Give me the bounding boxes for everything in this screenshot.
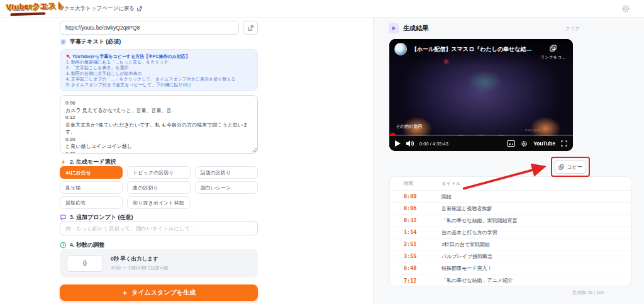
row-title: 台の基本と打ち方の学習 bbox=[441, 229, 631, 236]
external-link-icon bbox=[137, 6, 142, 11]
row-time[interactable]: 3:55 bbox=[404, 253, 441, 259]
fullscreen-icon[interactable] bbox=[561, 140, 567, 147]
table-row: 0:32 「私の幸せな結婚」実戦開始宣言 bbox=[390, 215, 631, 227]
usage-counter: 生成数: 51 / 100 bbox=[572, 290, 604, 296]
table-row: 6:48 特殊部隊モード突入！ bbox=[390, 262, 631, 274]
row-time[interactable]: 0:00 bbox=[404, 193, 441, 200]
volume-button[interactable] bbox=[406, 140, 414, 147]
clear-results-button[interactable]: クリア bbox=[565, 26, 580, 32]
row-time[interactable]: 7:12 bbox=[404, 278, 441, 284]
mode-button-highlight[interactable]: 見せ場 bbox=[60, 181, 123, 194]
back-link-label: Vクエ大学トップページに戻る bbox=[60, 5, 135, 13]
table-row: 2:51 2軒目の台で実戦開始 bbox=[390, 239, 631, 251]
copy-video-link-button[interactable]: リンクをコ... bbox=[538, 43, 568, 60]
clock-icon bbox=[60, 242, 67, 249]
mode-button-subject[interactable]: 話題の区切り bbox=[195, 166, 258, 179]
player-settings-icon[interactable] bbox=[521, 140, 528, 147]
row-time[interactable]: 0:06 bbox=[404, 205, 441, 211]
seconds-hint: 0秒 早く出力します bbox=[111, 256, 169, 263]
video-url-input[interactable] bbox=[60, 21, 239, 35]
seconds-section-label: 4. 秒数の調整 bbox=[60, 241, 104, 249]
chat-bubble-icon bbox=[60, 214, 67, 221]
open-url-button[interactable] bbox=[243, 21, 258, 35]
app-root: Vtuberクエスト Vクエ大学トップページに戻る 字幕テキスト (必須) Yo… bbox=[0, 0, 644, 304]
col-header-time: 時間 bbox=[404, 181, 441, 187]
row-title: 開始 bbox=[441, 193, 631, 200]
thumbnail-watermark: PRISM bbox=[525, 128, 540, 132]
results-header: 生成結果 bbox=[389, 23, 428, 33]
mode-button-song[interactable]: 曲の区切り bbox=[127, 181, 190, 194]
row-time[interactable]: 1:14 bbox=[404, 229, 441, 235]
copy-guide-step: 2. 「文字起こしを表示」を選択 bbox=[66, 65, 252, 70]
video-url-row bbox=[60, 21, 258, 35]
topbar: Vtuberクエスト Vクエ大学トップページに戻る bbox=[0, 0, 644, 18]
lightning-icon bbox=[60, 159, 67, 166]
subtitle-doc-icon bbox=[60, 38, 67, 45]
transcript-textarea[interactable]: 0:06 カスラ 見えてるかな?えっと、音量、音量、音. 0:12 音量大丈夫か… bbox=[60, 95, 258, 154]
row-title: 「私の幸せな結婚」実戦開始宣言 bbox=[441, 217, 631, 224]
external-link-icon bbox=[248, 25, 253, 31]
row-time[interactable]: 0:32 bbox=[404, 217, 441, 223]
settings-gear-icon[interactable] bbox=[621, 4, 630, 13]
mode-button-ai[interactable]: AIにお任せ bbox=[60, 166, 123, 179]
more-videos-label[interactable]: その他の動画 bbox=[396, 123, 423, 130]
mode-section-label: 2. 生成モード選択 bbox=[60, 158, 116, 166]
site-logo-text: Vtuberクエスト bbox=[6, 0, 65, 13]
subtitle-section-label: 字幕テキスト (必須) bbox=[60, 38, 121, 46]
row-time[interactable]: 2:51 bbox=[404, 241, 441, 247]
row-title: パルプレイブ挑戦断念 bbox=[441, 253, 631, 260]
mode-button-funny[interactable]: 面白いシーン bbox=[195, 181, 258, 194]
table-row: 1:14 台の基本と打ち方の学習 bbox=[390, 227, 631, 239]
extra-prompt-input[interactable] bbox=[60, 222, 258, 235]
results-panel: 生成結果 クリア PRISM 【ホール配信】スマスロ『わたしの幸せな結婚』...… bbox=[373, 18, 644, 304]
table-row: 0:06 音量確認と視聴者挨拶 bbox=[390, 203, 631, 215]
copy-timestamps-button[interactable]: コピー bbox=[555, 160, 586, 174]
col-header-title: タイトル bbox=[441, 181, 631, 187]
site-logo: Vtuberクエスト bbox=[6, 0, 65, 16]
play-button[interactable] bbox=[395, 140, 401, 147]
row-title: 「私の幸せな結婚」アニメ紹介 bbox=[441, 277, 631, 284]
copy-guide-box: YouTubeから字幕をコピーする方法【※PC操作のみ対応】 1. 動画の概要欄… bbox=[60, 49, 258, 91]
back-to-top-link[interactable]: Vクエ大学トップページに戻る bbox=[60, 5, 142, 13]
copy-guide-step: 1. 動画の概要欄にある「...もっと見る」をクリック bbox=[66, 59, 252, 65]
row-time[interactable]: 6:48 bbox=[404, 265, 441, 271]
table-header-row: 時間 タイトル bbox=[390, 177, 631, 191]
generate-timestamps-button[interactable]: タイムスタンプを生成 bbox=[60, 284, 258, 301]
pushpin-icon bbox=[66, 54, 70, 59]
seconds-input[interactable] bbox=[67, 255, 103, 272]
row-title: 2軒目の台で実戦開始 bbox=[441, 241, 631, 248]
mode-button-clip[interactable]: 切り抜きポイント発掘 bbox=[127, 196, 190, 209]
prompt-section-label: 3. 追加プロンプト (任意) bbox=[60, 213, 133, 222]
copy-guide-step: 4. 文字起こしタブの「...」をクリックして、タイムスタンプ付きに表示を切り替… bbox=[66, 76, 252, 82]
video-title-bar: 【ホール配信】スマスロ『わたしの幸せな結婚』... リンクをコ... bbox=[389, 39, 573, 65]
video-player[interactable]: PRISM 【ホール配信】スマスロ『わたしの幸せな結婚』... リンクをコ...… bbox=[389, 39, 573, 151]
seconds-hint-block: 0秒 早く出力します ※0秒 〜 10秒の間で設定可能 bbox=[111, 256, 169, 271]
results-play-icon bbox=[389, 23, 399, 33]
site-logo-tagline-bar bbox=[10, 12, 45, 16]
copy-guide-step: 5. タイムスタンプ付きで全文をコピーして、下の欄に貼り付け bbox=[66, 82, 252, 87]
captions-icon[interactable] bbox=[507, 140, 515, 147]
copy-guide-title: YouTubeから字幕をコピーする方法【※PC操作のみ対応】 bbox=[66, 53, 252, 59]
video-time: 0:00 / 4:35:43 bbox=[419, 141, 448, 147]
table-row: 3:55 パルプレイブ挑戦断念 bbox=[390, 251, 631, 262]
row-title: 音量確認と視聴者挨拶 bbox=[441, 205, 631, 212]
row-title: 特殊部隊モード突入！ bbox=[441, 265, 631, 272]
copy-icon bbox=[558, 164, 564, 170]
seconds-range-note: ※0秒 〜 10秒の間で設定可能 bbox=[111, 265, 169, 271]
seconds-adjust-box: 0秒 早く出力します ※0秒 〜 10秒の間で設定可能 bbox=[60, 249, 258, 278]
channel-avatar[interactable] bbox=[394, 43, 407, 55]
table-row: 0:00 開始 bbox=[390, 191, 631, 203]
youtube-logo[interactable]: YouTube bbox=[533, 140, 555, 147]
video-controls: 0:00 / 4:35:43 YouTube bbox=[389, 136, 573, 151]
results-title: 生成結果 bbox=[403, 24, 428, 33]
sparkle-icon bbox=[122, 290, 128, 296]
table-row: 7:12 「私の幸せな結婚」アニメ紹介 bbox=[390, 274, 631, 286]
mode-button-qa[interactable]: 質疑応答 bbox=[60, 196, 123, 209]
video-title[interactable]: 【ホール配信】スマスロ『わたしの幸せな結婚』... bbox=[411, 43, 533, 55]
timestamps-table: 時間 タイトル 0:00 開始 0:06 音量確認と視聴者挨拶 0:32 「私の… bbox=[389, 176, 632, 286]
copy-guide-step: 3. 動画の右側に文字起こしが結果表示 bbox=[66, 70, 252, 76]
mode-button-topic[interactable]: トピックの区切り bbox=[127, 166, 190, 179]
mode-button-grid: AIにお任せ トピックの区切り 話題の区切り 見せ場 曲の区切り 面白いシーン … bbox=[60, 166, 258, 209]
copy-icon bbox=[550, 45, 557, 52]
